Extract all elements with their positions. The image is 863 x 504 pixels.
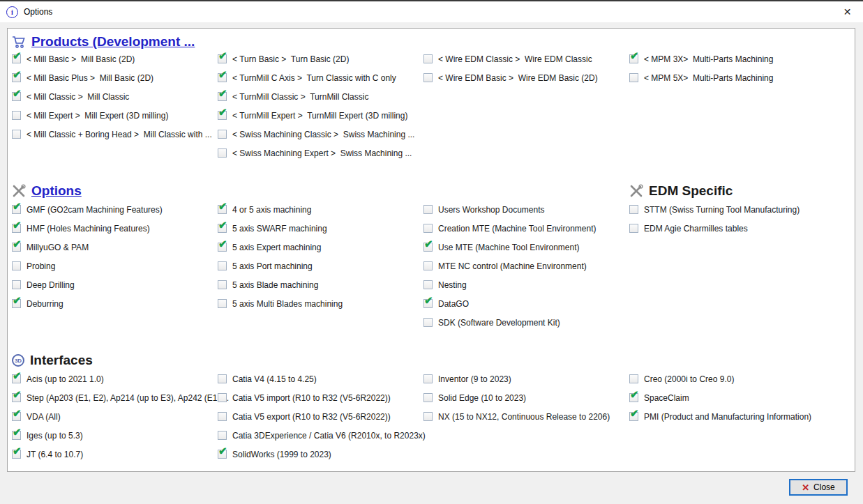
checkbox-unchecked[interactable] [423, 205, 433, 214]
checkbox-unchecked[interactable] [423, 412, 433, 421]
checkbox-unchecked[interactable] [423, 261, 433, 270]
checkbox-checked[interactable]: ✔ [218, 111, 227, 120]
checkbox-checked[interactable]: ✔ [12, 450, 21, 459]
checkbox-checked[interactable]: ✔ [218, 92, 227, 101]
checkbox-unchecked[interactable] [629, 374, 638, 383]
checkbox-label: < Mill Classic > Mill Classic [27, 92, 129, 102]
checkbox-unchecked[interactable] [12, 261, 21, 270]
checkbox-label: < Wire EDM Basic > Wire EDM Basic (2D) [438, 73, 598, 83]
checkbox-checked[interactable]: ✔ [629, 393, 638, 402]
edm-column-1: STTM (Swiss Turning Tool Manufacturing)E… [629, 200, 835, 238]
check-icon: ✔ [13, 370, 22, 381]
checkbox-unchecked[interactable] [629, 224, 638, 233]
checkbox-unchecked[interactable] [218, 130, 227, 139]
checkbox-unchecked[interactable] [423, 224, 433, 233]
checkbox-unchecked[interactable] [423, 318, 433, 327]
checkbox-checked[interactable]: ✔ [218, 205, 227, 214]
checkbox-row: ✔< TurnMill C Axis > Turn Classic with C… [218, 68, 423, 87]
checkbox-checked[interactable]: ✔ [218, 54, 227, 63]
checkbox-unchecked[interactable] [12, 111, 21, 120]
checkbox-label: < MPM 5X> Multi-Parts Machining [644, 73, 773, 83]
checkbox-row: ✔Step (Ap203 (E1, E2), Ap214 (up to E3),… [12, 388, 218, 407]
checkbox-checked[interactable]: ✔ [12, 205, 21, 214]
checkbox-checked[interactable]: ✔ [12, 431, 21, 440]
checkbox-checked[interactable]: ✔ [12, 393, 21, 402]
window-title: Options [24, 7, 52, 17]
checkbox-checked[interactable]: ✔ [629, 412, 638, 421]
products-column-2: ✔< Turn Basic > Turn Basic (2D)✔< TurnMi… [218, 49, 423, 162]
check-icon: ✔ [218, 445, 227, 456]
checkbox-checked[interactable]: ✔ [629, 54, 638, 63]
checkbox-unchecked[interactable] [12, 130, 21, 139]
checkbox-label: SDK (Software Development Kit) [438, 318, 560, 328]
checkbox-row: ✔DataGO [423, 294, 629, 313]
checkbox-checked[interactable]: ✔ [12, 299, 21, 308]
check-icon: ✔ [630, 50, 639, 61]
checkbox-unchecked[interactable] [218, 412, 227, 421]
checkbox-unchecked[interactable] [423, 54, 433, 63]
checkbox-row: < Wire EDM Classic > Wire EDM Classic [423, 49, 629, 68]
checkbox-checked[interactable]: ✔ [12, 92, 21, 101]
checkbox-row: ✔Use MTE (Machine Tool Environment) [423, 238, 629, 257]
checkbox-unchecked[interactable] [218, 431, 227, 440]
checkbox-unchecked[interactable] [218, 393, 227, 402]
checkbox-row: ✔5 axis SWARF machining [218, 219, 423, 238]
checkbox-label: Probing [27, 261, 55, 271]
checkbox-checked[interactable]: ✔ [423, 243, 433, 252]
checkbox-label: Catia V5 import (R10 to R32 (V5-6R2022)) [232, 393, 391, 403]
checkbox-checked[interactable]: ✔ [12, 73, 21, 82]
checkbox-row: ✔SpaceClaim [629, 388, 835, 407]
checkbox-checked[interactable]: ✔ [12, 412, 21, 421]
checkbox-label: 5 axis Blade machining [232, 280, 318, 290]
products-column-1: ✔< Mill Basic > Mill Basic (2D)✔< Mill B… [12, 49, 218, 144]
close-button[interactable]: ✕ Close [789, 479, 848, 496]
checkbox-label: DataGO [438, 299, 469, 309]
checkbox-unchecked[interactable] [423, 73, 433, 82]
checkbox-checked[interactable]: ✔ [12, 374, 21, 383]
checkbox-label: Use MTE (Machine Tool Environment) [438, 243, 580, 252]
checkbox-label: < Turn Basic > Turn Basic (2D) [232, 54, 349, 64]
checkbox-row: Catia V5 import (R10 to R32 (V5-6R2022)) [218, 388, 423, 407]
checkbox-row: Nesting [423, 275, 629, 294]
checkbox-checked[interactable]: ✔ [218, 450, 227, 459]
checkbox-unchecked[interactable] [423, 374, 433, 383]
checkbox-unchecked[interactable] [218, 261, 227, 270]
check-icon: ✔ [13, 445, 22, 456]
checkbox-unchecked[interactable] [218, 280, 227, 289]
checkbox-row: Users Workshop Documents [423, 200, 629, 219]
checkbox-checked[interactable]: ✔ [218, 73, 227, 82]
section-header-products[interactable]: Products (Development ... [12, 32, 195, 52]
checkbox-checked[interactable]: ✔ [12, 243, 21, 252]
section-header-options[interactable]: Options [12, 181, 82, 201]
checkbox-label: 5 axis SWARF machining [232, 224, 327, 234]
checkbox-unchecked[interactable] [218, 374, 227, 383]
checkbox-label: 5 axis Port machining [232, 261, 313, 271]
checkbox-label: Creation MTE (Machine Tool Environment) [438, 224, 596, 234]
checkbox-label: Iges (up to 5.3) [27, 431, 83, 441]
window-close-icon[interactable]: ✕ [832, 1, 863, 22]
checkbox-row: ✔< TurnMill Expert > TurnMill Expert (3D… [218, 106, 423, 125]
check-icon: ✔ [13, 88, 22, 98]
checkbox-unchecked[interactable] [218, 299, 227, 308]
checkbox-checked[interactable]: ✔ [12, 54, 21, 63]
checkbox-label: MillyuGO & PAM [27, 243, 89, 252]
checkbox-unchecked[interactable] [629, 73, 638, 82]
check-icon: ✔ [218, 238, 227, 249]
info-icon: i [6, 6, 18, 18]
checkbox-label: < TurnMill Classic > TurnMill Classic [232, 92, 368, 102]
interfaces-column-4: Creo (2000i to Creo 9.0)✔SpaceClaim✔PMI … [629, 369, 835, 426]
checkbox-unchecked[interactable] [12, 280, 21, 289]
checkbox-label: Deep Drilling [27, 280, 75, 290]
checkbox-unchecked[interactable] [423, 280, 433, 289]
checkbox-checked[interactable]: ✔ [423, 299, 433, 308]
checkbox-checked[interactable]: ✔ [218, 243, 227, 252]
checkbox-unchecked[interactable] [423, 393, 433, 402]
checkbox-unchecked[interactable] [218, 148, 227, 158]
checkbox-label: Solid Edge (10 to 2023) [438, 393, 526, 403]
checkbox-label: EDM Agie Charmilles tables [644, 224, 748, 234]
checkbox-checked[interactable]: ✔ [218, 224, 227, 233]
checkbox-checked[interactable]: ✔ [12, 224, 21, 233]
check-icon: ✔ [218, 201, 227, 211]
checkbox-row: ✔HMF (Holes Machining Features) [12, 219, 218, 238]
checkbox-unchecked[interactable] [629, 205, 638, 214]
